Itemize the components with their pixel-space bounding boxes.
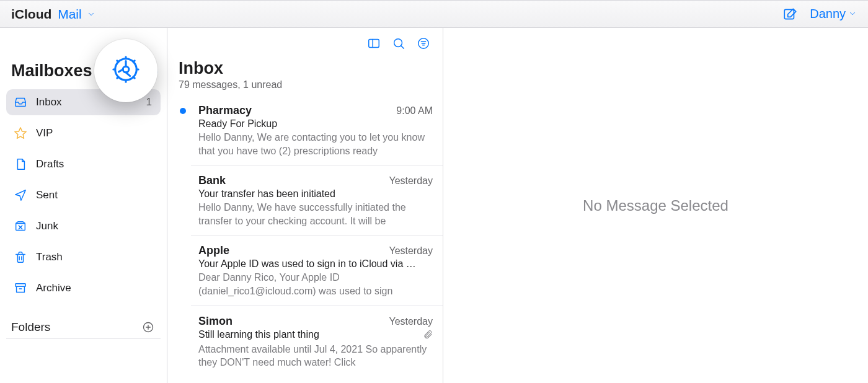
sent-icon <box>14 188 27 202</box>
sidebar-item-sent[interactable]: Sent <box>6 182 161 208</box>
archive-icon <box>14 281 27 295</box>
sidebar-item-label: Drafts <box>36 158 152 170</box>
svg-line-8 <box>133 77 135 78</box>
drafts-icon <box>14 157 27 171</box>
sidebar-item-drafts[interactable]: Drafts <box>6 151 161 177</box>
chevron-down-icon <box>848 7 857 21</box>
message-time: 9:00 AM <box>396 105 433 117</box>
message-preview: Hello Danny, We are contacting you to le… <box>198 131 433 157</box>
brand-app: Mail <box>58 7 82 21</box>
svg-line-12 <box>126 73 130 76</box>
message-list-pane: Inbox 79 messages, 1 unread Pharmacy 9:0… <box>167 28 443 383</box>
filter-icon[interactable] <box>415 35 432 51</box>
message-row[interactable]: Apple Yesterday Your Apple ID was used t… <box>191 236 443 306</box>
message-subject: Still learning this plant thing <box>198 329 319 341</box>
message-detail-pane: No Message Selected <box>443 28 868 383</box>
message-sender: Pharmacy <box>198 104 252 117</box>
svg-line-9 <box>117 77 118 78</box>
sidebar-item-trash[interactable]: Trash <box>6 244 161 270</box>
message-preview: Attachment available until Jul 4, 2021 S… <box>198 343 433 369</box>
list-title: Inbox <box>179 59 432 78</box>
toggle-pane-icon[interactable] <box>366 35 382 51</box>
sidebar-item-junk[interactable]: Junk <box>6 213 161 239</box>
svg-rect-25 <box>369 40 379 48</box>
star-icon <box>14 126 27 140</box>
message-sender: Apple <box>198 244 229 257</box>
trash-icon <box>14 250 27 264</box>
settings-gear-callout[interactable] <box>94 39 157 102</box>
folders-label: Folders <box>11 320 50 334</box>
svg-rect-20 <box>16 284 26 287</box>
message-time: Yesterday <box>389 245 433 257</box>
message-subject: Ready For Pickup <box>198 118 277 130</box>
message-subject: Your transfer has been initiated <box>198 188 335 200</box>
message-row[interactable]: Simon Yesterday Still learning this plan… <box>191 306 443 377</box>
folders-header: Folders <box>6 315 161 339</box>
chevron-down-icon <box>87 7 95 21</box>
sidebar-item-label: Sent <box>36 189 152 201</box>
inbox-icon <box>14 95 27 109</box>
svg-marker-14 <box>15 128 26 138</box>
svg-line-7 <box>117 61 118 62</box>
list-subtitle: 79 messages, 1 unread <box>179 79 432 90</box>
add-folder-button[interactable] <box>141 320 156 335</box>
message-subject: Your Apple ID was used to sign in to iCl… <box>198 258 416 270</box>
message-sender: Bank <box>198 174 226 187</box>
top-bar: iCloud Mail Danny <box>0 0 868 28</box>
sidebar-item-label: Trash <box>36 251 152 263</box>
svg-point-27 <box>394 39 402 47</box>
compose-button[interactable] <box>780 4 801 25</box>
sidebar-item-archive[interactable]: Archive <box>6 275 161 301</box>
message-row[interactable]: Bank Yesterday Your transfer has been in… <box>191 165 443 236</box>
sidebar-item-label: Archive <box>36 282 152 294</box>
junk-icon <box>14 219 27 233</box>
sidebar: Mailboxes Inbox 1 VIP Drafts Sent <box>0 28 167 383</box>
message-time: Yesterday <box>389 316 433 327</box>
account-menu[interactable]: Danny <box>810 7 857 21</box>
message-preview: Hello Danny, We have successfully initia… <box>198 201 433 227</box>
svg-line-13 <box>119 69 123 72</box>
sidebar-item-label: Junk <box>36 220 152 232</box>
app-switcher[interactable]: iCloud Mail <box>11 7 95 22</box>
empty-state-text: No Message Selected <box>583 197 728 214</box>
message-sender: Simon <box>198 315 232 328</box>
message-row[interactable]: Pharmacy 9:00 AM Ready For Pickup Hello … <box>191 95 443 165</box>
message-time: Yesterday <box>389 175 433 187</box>
user-name: Danny <box>810 7 846 21</box>
sidebar-item-badge: 1 <box>146 96 152 108</box>
sidebar-item-label: VIP <box>36 127 152 139</box>
brand-prefix: iCloud <box>11 7 51 21</box>
gear-icon <box>112 55 140 86</box>
message-preview: Dear Danny Rico, Your Apple ID (daniel_r… <box>198 271 433 297</box>
svg-line-28 <box>401 46 404 48</box>
attachment-icon <box>423 329 433 341</box>
search-icon[interactable] <box>391 35 407 51</box>
sidebar-item-vip[interactable]: VIP <box>6 120 161 146</box>
list-toolbar <box>167 28 443 59</box>
unread-dot-icon <box>180 108 186 114</box>
svg-line-10 <box>133 61 135 62</box>
